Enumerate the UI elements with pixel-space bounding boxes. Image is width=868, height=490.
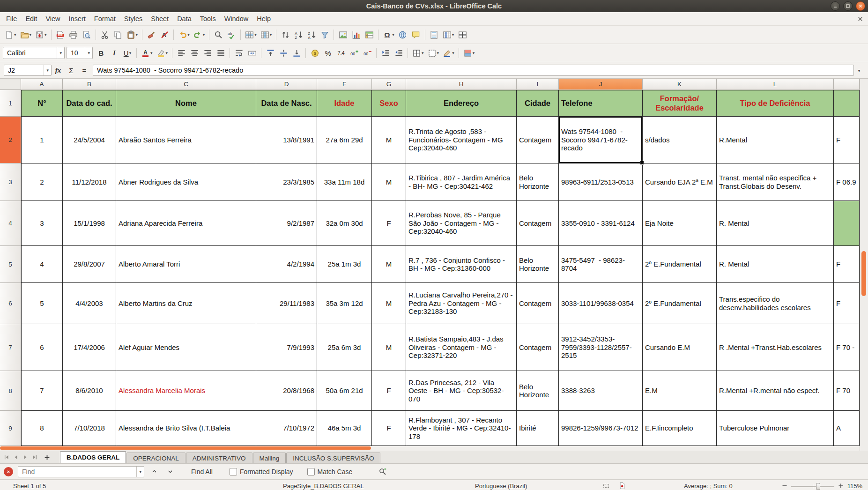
dropdown-arrow-icon[interactable]: ▾ (129, 51, 132, 55)
cell-L2[interactable]: R.Mental (717, 117, 834, 163)
menu-data[interactable]: Data (173, 13, 196, 24)
columns-button[interactable]: ▾ (259, 28, 274, 41)
first-sheet-icon[interactable] (2, 452, 11, 462)
cell-M6[interactable]: F (834, 283, 860, 324)
language-status[interactable]: Portuguese (Brazil) (475, 483, 527, 490)
cell-K4[interactable]: Eja Noite (643, 201, 717, 246)
cell-K1[interactable]: Formação/ Escolaridade (643, 90, 717, 117)
menu-view[interactable]: View (41, 13, 64, 24)
bold-button[interactable]: B (95, 46, 107, 59)
cell-L5[interactable]: R. Mental (717, 246, 834, 283)
formula-input[interactable] (93, 65, 854, 76)
cut-button[interactable] (99, 28, 111, 41)
column-header-F[interactable]: F (317, 79, 372, 90)
sheet-tab-b-dados-geral[interactable]: B.DADOS GERAL (60, 451, 126, 463)
undo-button[interactable]: ▾ (177, 28, 191, 41)
find-and-replace-button[interactable] (377, 466, 389, 478)
menu-sheet[interactable]: Sheet (147, 13, 173, 24)
cell-H3[interactable]: R.Tibirica , 807 - Jardim América - BH- … (406, 163, 517, 201)
cell-A7[interactable]: 6 (21, 324, 63, 371)
column-header-B[interactable]: B (63, 79, 116, 90)
cell-H4[interactable]: R.Perobas Nove, 85 - Parque São João - C… (406, 201, 517, 246)
cell-B9[interactable]: 7/10/2018 (63, 411, 116, 446)
cell-J1[interactable]: Telefone (559, 90, 643, 117)
align-right-button[interactable] (201, 46, 214, 59)
maximize-button[interactable] (843, 1, 853, 11)
cell-B7[interactable]: 17/4/2006 (63, 324, 116, 371)
cell-D1[interactable]: Data de Nasc. (256, 90, 317, 117)
name-box[interactable]: J2 ▾ (4, 65, 52, 76)
valign-middle-button[interactable] (277, 46, 289, 59)
find-button[interactable] (212, 28, 224, 41)
formatted-display-checkbox[interactable]: Formatted Display (230, 468, 293, 475)
vertical-scrollbar[interactable] (860, 79, 868, 451)
zoom-in-icon[interactable] (837, 482, 845, 490)
document-close-icon[interactable] (855, 14, 865, 24)
column-header-G[interactable]: G (372, 79, 406, 90)
border-color-button[interactable]: ▾ (441, 46, 456, 59)
cell-K6[interactable]: 2º E.Fundamental (643, 283, 717, 324)
add-decimal-button[interactable]: 00 (348, 46, 360, 59)
cell-D2[interactable]: 13/8/1991 (256, 117, 317, 163)
last-sheet-icon[interactable] (30, 452, 39, 462)
cell-L6[interactable]: Trans.especifico do desenv.habilidades e… (717, 283, 834, 324)
dropdown-arrow-icon[interactable]: ▾ (392, 32, 394, 37)
cell-K2[interactable]: s/dados (643, 117, 717, 163)
cell-D5[interactable]: 4/2/1994 (256, 246, 317, 283)
font-color-button[interactable]: A▾ (140, 46, 154, 59)
copy-button[interactable] (112, 28, 124, 41)
cell-A1[interactable]: N° (21, 90, 63, 117)
print-button[interactable] (67, 28, 80, 41)
dropdown-arrow-icon[interactable]: ▾ (270, 32, 272, 37)
cell-F6[interactable]: 35a 3m 12d (317, 283, 372, 324)
column-header-partial[interactable] (834, 79, 860, 90)
function-wizard-icon[interactable]: fx (52, 64, 64, 76)
cell-K8[interactable]: E.M (643, 371, 717, 411)
redo-button[interactable]: ▾ (192, 28, 207, 41)
align-justify-button[interactable] (215, 46, 227, 59)
dropdown-arrow-icon[interactable]: ▾ (187, 32, 190, 37)
spelling-button[interactable]: ab (225, 28, 237, 41)
sum-status[interactable]: Average: ; Sum: 0 (684, 483, 733, 490)
chevron-down-icon[interactable]: ▾ (44, 65, 51, 75)
cell-J9[interactable]: 99826-1259/99673-7012 (559, 411, 643, 446)
cell-I5[interactable]: Belo Horizonte (517, 246, 559, 283)
cell-K5[interactable]: 2º E.Fundamental (643, 246, 717, 283)
cell-H7[interactable]: R.Batista Sampaio,483 - J.das Oliveiras … (406, 324, 517, 371)
cell-C8[interactable]: Alessandra Marcelia Morais (116, 371, 256, 411)
cell-I7[interactable]: Contagem (517, 324, 559, 371)
indent-inc-button[interactable] (379, 46, 392, 59)
cell-M5[interactable]: F (834, 246, 860, 283)
cell-H2[interactable]: R.Trinta de Agosto ,583 - Funcionários- … (406, 117, 517, 163)
currency-button[interactable]: $ (309, 46, 321, 59)
row-header-2[interactable]: 2 (0, 117, 21, 163)
cell-A4[interactable]: 3 (21, 201, 63, 246)
dropdown-arrow-icon[interactable]: ▾ (452, 51, 454, 55)
cell-B1[interactable]: Data do cad. (63, 90, 116, 117)
cell-G7[interactable]: M (372, 324, 406, 371)
dropdown-arrow-icon[interactable]: ▾ (254, 32, 257, 37)
number-button[interactable]: 7.4 (335, 46, 347, 59)
column-header-I[interactable]: I (517, 79, 559, 90)
border-style-button[interactable]: ▾ (426, 46, 441, 59)
menu-help[interactable]: Help (252, 13, 275, 24)
dropdown-arrow-icon[interactable]: ▾ (30, 32, 32, 37)
expand-formula-bar-icon[interactable]: ▾ (854, 68, 864, 73)
cell-J7[interactable]: 3912-3452/3353-7959/3393-1128/2557-2515 (559, 324, 643, 371)
underline-button[interactable]: U▾ (121, 46, 134, 59)
chevron-down-icon[interactable]: ▾ (85, 47, 92, 59)
minimize-button[interactable] (831, 1, 840, 11)
find-next-button[interactable] (164, 466, 176, 477)
paste-button[interactable]: ▾ (125, 28, 140, 41)
cell-D7[interactable]: 7/9/1993 (256, 324, 317, 371)
column-header-K[interactable]: K (643, 79, 717, 90)
cell-D6[interactable]: 29/11/1983 (256, 283, 317, 324)
sort-desc-button[interactable]: ZA (305, 28, 318, 41)
cell-L9[interactable]: Tuberculose Pulmonar (717, 411, 834, 446)
cell-B3[interactable]: 11/12/2018 (63, 163, 116, 201)
cell-M4[interactable] (834, 201, 860, 246)
equals-icon[interactable]: = (78, 64, 90, 76)
sheet-count-status[interactable]: Sheet 1 of 5 (13, 483, 46, 490)
cell-K3[interactable]: Cursando EJA 2ª E.M (643, 163, 717, 201)
sheet-tab-inclus-o-s-supervis-o[interactable]: INCLUSÃO S.SUPERVISÃO (286, 453, 380, 463)
